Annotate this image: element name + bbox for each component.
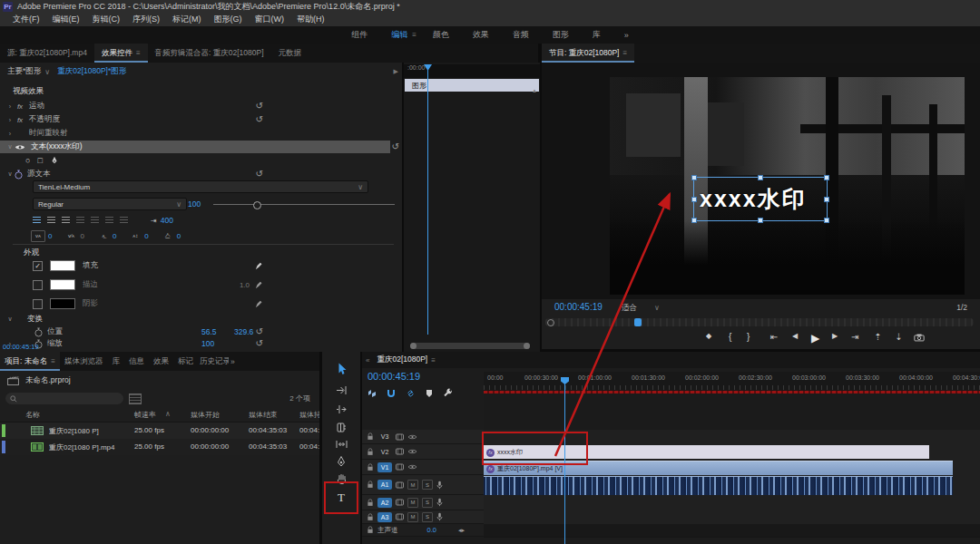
col-name[interactable]: 名称 (25, 410, 40, 420)
stroke-width-value[interactable]: 1.0 (240, 281, 250, 289)
align-right-icon[interactable] (62, 217, 70, 224)
track-target-v3[interactable]: V3 (377, 432, 392, 442)
menu-clip[interactable]: 剪辑(C) (93, 14, 121, 25)
stroke-color-swatch[interactable] (50, 279, 75, 290)
timeline-ruler[interactable]: 00:00 00:00:30:00 00:01:00:00 00:01:30:0… (484, 372, 980, 393)
workspace-tab-assembly[interactable]: 组件 (351, 29, 368, 41)
mark-out-button[interactable]: } (747, 332, 750, 342)
zoom-dropdown-icon[interactable]: ∨ (654, 304, 660, 312)
justify-center-icon[interactable] (91, 217, 99, 224)
slip-tool[interactable] (322, 436, 360, 452)
track-lane-a1[interactable] (484, 475, 980, 496)
ellipse-tool-icon[interactable]: ○ (25, 156, 30, 165)
go-to-in-button[interactable]: ⇤ (770, 332, 778, 342)
timeline-settings-wrench-icon[interactable] (443, 388, 453, 398)
workspace-tab-libraries[interactable]: 库 (593, 29, 601, 41)
justify-left-icon[interactable] (76, 217, 84, 224)
tab-libraries[interactable]: 库 (107, 352, 124, 371)
go-to-out-button[interactable]: ⇥ (851, 332, 858, 342)
panel-menu-icon[interactable]: ≡ (51, 357, 55, 365)
fx-mini-playhead[interactable] (427, 66, 428, 335)
tracking-value[interactable]: 400 (161, 216, 173, 225)
align-center-icon[interactable] (47, 217, 55, 224)
step-back-button[interactable]: ◀ (792, 332, 798, 340)
mute-button[interactable]: M (407, 498, 418, 508)
tab-project[interactable]: 项目: 未命名 ≡ (0, 352, 60, 371)
timeline-playhead-line[interactable] (564, 383, 565, 544)
font-size-value[interactable]: 100 (188, 199, 201, 209)
lock-icon[interactable] (367, 448, 374, 456)
menu-window[interactable]: 窗口(W) (255, 14, 285, 25)
menu-marker[interactable]: 标记(M) (172, 14, 201, 25)
shadow-color-swatch[interactable] (50, 298, 75, 309)
list-view-icon[interactable] (129, 393, 142, 404)
track-header-a2[interactable]: A2 M S (362, 495, 484, 510)
snap-icon[interactable] (387, 389, 396, 398)
lock-icon[interactable] (367, 463, 374, 471)
lock-icon[interactable] (367, 499, 374, 507)
track-sync-lock-icon[interactable] (396, 463, 404, 471)
tab-sequence[interactable]: 重庆02[1080P] ≡ (369, 352, 442, 368)
project-row-clip[interactable]: 重庆02[1080 P].mp4 25.00 fps 00:00:00:00 0… (0, 439, 319, 455)
pen-tool[interactable] (322, 453, 360, 470)
panel-menu-icon[interactable]: ≡ (622, 49, 627, 57)
track-sync-lock-icon[interactable] (396, 433, 404, 441)
menu-graphics[interactable]: 图形(G) (214, 14, 242, 25)
effect-time-remap-row[interactable]: › 时间重映射 (0, 127, 402, 140)
project-row-sequence[interactable]: 重庆02[1080 P] 25.00 fps 00:00:00:00 00:04… (0, 423, 319, 439)
tab-markers[interactable]: 标记 (173, 352, 198, 371)
project-bin-row[interactable]: 未命名.prproj (7, 375, 71, 386)
workspace-tab-effects[interactable]: 效果 (473, 29, 489, 41)
track-header-a3[interactable]: A3 M S (362, 510, 484, 524)
lift-button[interactable]: ⇡ (874, 332, 881, 342)
breadcrumb-clip[interactable]: 重庆02[1080P]*图形 (57, 66, 126, 77)
track-header-v2[interactable]: V2 (362, 444, 484, 460)
pen-tool-mini-icon[interactable] (50, 156, 59, 165)
fx-zoom-handle-left[interactable] (410, 343, 416, 349)
program-scrubber[interactable] (545, 318, 974, 326)
fx-mini-ruler[interactable]: :00:00 (404, 64, 540, 78)
extract-button[interactable]: ⇣ (895, 332, 902, 342)
workspace-tab-editing[interactable]: 编辑 (391, 29, 407, 41)
breadcrumb-master[interactable]: 主要*图形 (7, 66, 41, 77)
track-target-v1[interactable]: V1 (377, 462, 392, 472)
fill-checkbox[interactable]: ✓ (33, 261, 43, 271)
solo-button[interactable]: S (422, 480, 433, 490)
fx-zoom-handle-right[interactable] (524, 343, 530, 349)
reset-motion-icon[interactable]: ↺ (256, 102, 263, 111)
stopwatch-icon[interactable] (34, 327, 43, 337)
font-style-dropdown[interactable]: Regular ∨ (33, 198, 187, 210)
project-search-input[interactable] (5, 393, 123, 404)
program-timecode[interactable]: 00:00:45:19 (554, 302, 603, 312)
align-left-icon[interactable] (33, 217, 41, 224)
leading-value[interactable]: 0 (144, 232, 148, 240)
track-select-forward-tool[interactable] (322, 382, 360, 398)
fx-zoom-scrollbar[interactable] (410, 343, 530, 349)
selection-tool[interactable] (322, 361, 360, 377)
stopwatch-icon[interactable] (15, 170, 23, 180)
track-target-a3[interactable]: A3 (377, 512, 392, 522)
track-lane-v1[interactable]: fx 重庆02[1080P].mp4 [V] (484, 460, 980, 476)
workspace-tab-color[interactable]: 颜色 (433, 29, 449, 41)
font-size-slider[interactable] (213, 204, 395, 205)
master-pan-icon[interactable]: ◂▸ (458, 527, 465, 534)
rect-tool-icon[interactable]: □ (37, 156, 42, 165)
lock-icon[interactable] (367, 481, 374, 489)
tab-metadata[interactable]: 元数据 (271, 44, 309, 63)
ripple-edit-tool[interactable] (322, 401, 360, 417)
track-output-eye-icon[interactable] (407, 449, 417, 454)
kerning-value[interactable]: 0 (48, 232, 52, 240)
playback-resolution[interactable]: 1/2 (956, 303, 967, 312)
lock-icon[interactable] (367, 513, 374, 521)
reset-source-text-icon[interactable]: ↺ (256, 170, 263, 179)
effect-motion-row[interactable]: › fx 运动 ↺ (0, 100, 402, 112)
stroke-checkbox[interactable] (33, 280, 43, 290)
justify-right-icon[interactable] (105, 217, 113, 224)
label-color-chip[interactable] (2, 441, 5, 453)
scrubber-knob[interactable] (547, 319, 554, 326)
tab-history[interactable]: 历史记录 (198, 352, 229, 371)
menu-sequence[interactable]: 序列(S) (132, 14, 160, 25)
source-text-row[interactable]: ∨ 源文本 ↺ (0, 168, 402, 180)
mute-button[interactable]: M (407, 480, 418, 490)
fx-mini-graphic-clip[interactable]: 图形 (405, 79, 539, 92)
